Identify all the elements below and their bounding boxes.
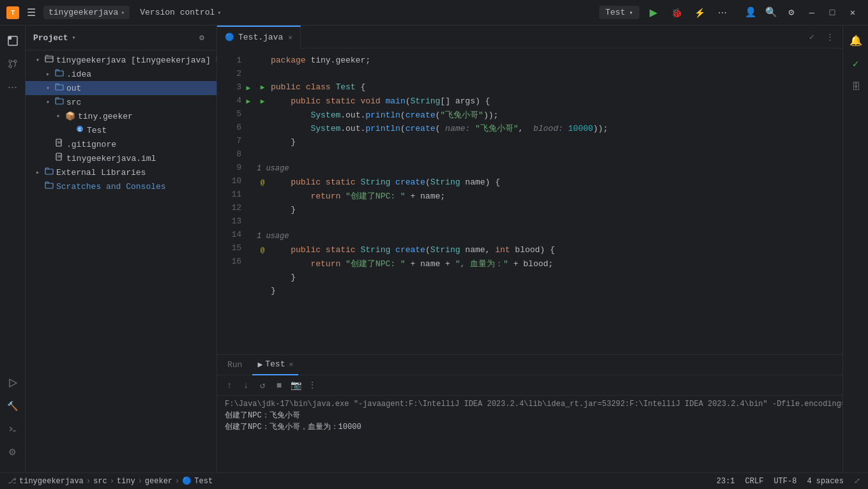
code-line[interactable]: return "创建了NPC: " + name; <box>249 190 842 203</box>
tab-file-icon: 🔵 <box>225 33 234 42</box>
code-line[interactable]: } <box>249 284 842 297</box>
code-line[interactable]: ▶public class Test { <box>249 80 842 94</box>
tree-arrow-icon[interactable]: ▾ <box>54 112 63 121</box>
sidebar-tree-item[interactable]: ▾📦tiny.geeker <box>26 109 217 123</box>
line-number: 1 <box>217 54 241 67</box>
code-line[interactable] <box>249 67 842 80</box>
user-icon[interactable]: 👤 <box>742 4 759 22</box>
tree-item-label: out <box>66 84 81 93</box>
sidebar-tree-item[interactable]: ▾src <box>26 95 217 109</box>
tab-close-icon[interactable]: ✕ <box>288 33 293 41</box>
breadcrumb-src[interactable]: src <box>93 477 107 486</box>
expand-icon[interactable]: ⤢ <box>854 476 860 486</box>
code-line[interactable]: } <box>249 203 842 216</box>
bottom-tab-test[interactable]: ▶ Test ✕ <box>252 355 298 375</box>
console-stop-button[interactable]: ■ <box>272 379 286 393</box>
run-button[interactable]: ▶ <box>644 4 662 22</box>
bottom-content[interactable]: F:\Java\jdk-17\bin\java.exe "-javaagent:… <box>217 396 842 472</box>
more-run-options-button[interactable]: ⋯ <box>713 4 731 22</box>
debug-button[interactable]: 🐞 <box>667 4 685 22</box>
bottom-tab-run[interactable]: Run <box>222 355 247 375</box>
right-check-icon[interactable]: ✓ <box>846 54 866 74</box>
code-line[interactable] <box>249 216 842 230</box>
tree-arrow-icon[interactable]: ▸ <box>43 70 52 79</box>
code-line[interactable]: package tiny.geeker; <box>249 54 842 67</box>
sidebar-header: Project ▾ ⚙ <box>26 26 217 50</box>
project-selector[interactable]: tinygeekerjava ▾ <box>43 6 130 19</box>
settings-icon-btn[interactable]: ⚙ <box>782 4 800 22</box>
code-line[interactable]: System.out.println(create( name: "飞兔小哥",… <box>249 122 842 135</box>
bottom-tab-close-icon[interactable]: ✕ <box>289 360 293 368</box>
sidebar-tree-item[interactable]: ▸.idea <box>26 67 217 81</box>
search-icon-btn[interactable]: 🔍 <box>762 4 780 22</box>
encoding[interactable]: UTF-8 <box>773 477 796 486</box>
indent-settings[interactable]: 4 spaces <box>807 477 844 486</box>
build-panel-button[interactable]: 🔨 <box>3 396 23 416</box>
line-endings[interactable]: CRLF <box>745 477 764 486</box>
code-line[interactable]: ▶ public static void main(String[] args)… <box>249 94 842 109</box>
sidebar-tree-item[interactable]: ▸External Libraries <box>26 165 217 179</box>
code-line[interactable]: } <box>249 271 842 284</box>
breadcrumb-test[interactable]: Test <box>194 477 213 486</box>
tab-bar-more-icon[interactable]: ⋮ <box>822 29 837 45</box>
console-screenshot-button[interactable]: 📷 <box>289 379 303 393</box>
code-text: public static void main(String[] args) { <box>271 94 490 108</box>
code-line[interactable]: @ public static String create(String nam… <box>249 243 842 257</box>
minimize-button[interactable]: — <box>803 4 821 22</box>
sidebar-tree-item[interactable]: Scratches and Consoles <box>26 179 217 193</box>
sidebar-tree-item[interactable]: .gitignore <box>26 137 217 151</box>
database-icon[interactable]: 🗄 <box>846 77 866 97</box>
console-scroll-up-button[interactable]: ↑ <box>222 379 236 393</box>
version-control-selector[interactable]: Version control ▾ <box>135 6 226 19</box>
tree-arrow-icon[interactable]: ▾ <box>43 84 52 93</box>
sidebar-settings-icon[interactable]: ⚙ <box>195 31 209 45</box>
breadcrumb-tiny[interactable]: tiny <box>117 477 135 486</box>
notifications-icon[interactable]: 🔔 <box>846 31 866 51</box>
cursor-position[interactable]: 23:1 <box>717 477 735 486</box>
status-bar: ⎇ tinygeekerjava › src › tiny › geeker ›… <box>0 472 868 489</box>
tab-test-java[interactable]: 🔵 Test.java ✕ <box>217 26 301 49</box>
console-restart-button[interactable]: ↺ <box>255 379 270 393</box>
annotation-gutter-icon: @ <box>257 176 268 190</box>
close-button[interactable]: ✕ <box>844 4 862 22</box>
code-line[interactable]: System.out.println(create("飞兔小哥")); <box>249 109 842 122</box>
status-branch-icon: ⎇ <box>8 476 17 486</box>
sidebar-tree-item[interactable]: tinygeekerjava.iml <box>26 151 217 165</box>
terminal-panel-button[interactable] <box>3 419 23 439</box>
settings-panel-button[interactable]: ⚙ <box>3 442 23 462</box>
breadcrumb-geeker[interactable]: geeker <box>145 477 172 486</box>
sidebar-title[interactable]: Project ▾ <box>33 33 76 43</box>
tree-file-icon: 📦 <box>65 111 75 121</box>
breadcrumb-project[interactable]: tinygeekerjava <box>19 477 84 486</box>
tree-arrow-icon[interactable]: ▸ <box>33 168 42 177</box>
tree-arrow-icon[interactable]: ▾ <box>43 98 52 107</box>
more-panel-button[interactable]: ··· <box>3 77 23 97</box>
tab-bar-check-icon[interactable]: ✓ <box>804 29 819 45</box>
code-content[interactable]: package tiny.geeker; ▶public class Test … <box>249 49 842 354</box>
sidebar-tree-item[interactable]: CTest <box>26 123 217 137</box>
line-number: 8 <box>217 147 241 161</box>
sidebar-tree-item[interactable]: ▾out <box>26 81 217 95</box>
profile-button[interactable]: ⚡ <box>690 4 708 22</box>
breadcrumb-test-icon: 🔵 <box>182 476 192 486</box>
run-gutter-icon[interactable]: ▶ <box>246 95 250 109</box>
code-line[interactable]: } <box>249 135 842 149</box>
svg-rect-9 <box>45 55 49 57</box>
run-panel-button[interactable] <box>3 373 23 393</box>
code-text: } <box>271 271 296 284</box>
tab-label: Test.java <box>238 33 283 42</box>
console-more-button[interactable]: ⋮ <box>305 379 319 393</box>
hamburger-menu-button[interactable]: ☰ <box>24 4 38 22</box>
tree-arrow-icon[interactable]: ▾ <box>33 56 42 64</box>
git-panel-button[interactable] <box>3 54 23 74</box>
code-line[interactable]: @ public static String create(String nam… <box>249 176 842 190</box>
code-line[interactable]: return "创建了NPC: " + name + ", 血量为：" + bl… <box>249 257 842 271</box>
run-gutter-icon[interactable]: ▶ <box>246 82 250 95</box>
tab-bar-right: ✓ ⋮ <box>804 29 842 45</box>
code-line[interactable] <box>249 149 842 162</box>
project-panel-button[interactable] <box>3 31 23 51</box>
sidebar-tree-item[interactable]: ▾tinygeekerjava [tinygeekerjava]D:\tinyg… <box>26 53 217 67</box>
run-config-selector[interactable]: Test ▾ <box>599 6 639 19</box>
console-scroll-down-button[interactable]: ↓ <box>239 379 253 393</box>
maximize-button[interactable]: □ <box>823 4 841 22</box>
